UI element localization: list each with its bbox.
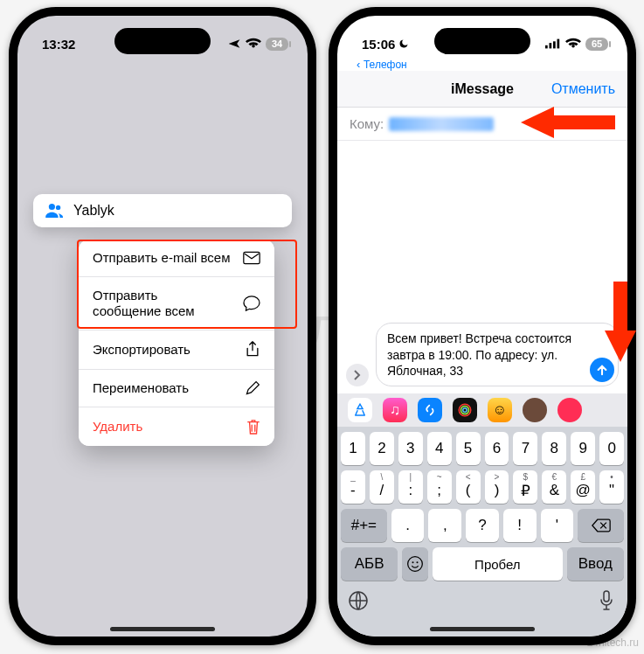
key-space[interactable]: Пробел: [433, 547, 563, 581]
home-indicator[interactable]: [430, 627, 535, 631]
key-period[interactable]: .: [391, 509, 425, 542]
cancel-button[interactable]: Отменить: [551, 81, 615, 97]
globe-button[interactable]: [346, 588, 370, 613]
mic-icon: [599, 590, 614, 611]
key-5[interactable]: 5: [456, 432, 481, 465]
message-input[interactable]: Всем привет! Встреча состоится завтра в …: [376, 323, 619, 386]
key-sym-6[interactable]: $₽: [513, 470, 537, 504]
menu-delete[interactable]: Удалить: [79, 407, 274, 446]
annotation-arrow: [521, 103, 617, 142]
chat-bubble-icon: [243, 296, 260, 311]
key-apostrophe[interactable]: ': [541, 509, 574, 542]
backspace-icon: [592, 518, 611, 532]
key-abc[interactable]: АБВ: [341, 547, 398, 581]
wifi-icon: [565, 38, 581, 50]
status-time: 15:06: [362, 38, 395, 51]
key-sym-8[interactable]: £@: [571, 470, 595, 504]
compose-bar: Всем привет! Встреча состоится завтра в …: [337, 323, 627, 392]
key-3[interactable]: 3: [398, 432, 423, 465]
moon-icon: [398, 38, 409, 49]
annotation-arrow: [601, 282, 640, 362]
svg-rect-0: [244, 252, 260, 263]
menu-item-label: Экспортировать: [93, 342, 190, 358]
memoji-icon[interactable]: ☺: [488, 398, 512, 422]
key-row-2: _-\/|:~;<(>)$₽€&£@•": [341, 470, 624, 504]
key-1[interactable]: 1: [341, 432, 365, 465]
menu-export[interactable]: Экспортировать: [79, 330, 274, 370]
key-8[interactable]: 8: [542, 432, 566, 465]
svg-rect-2: [550, 43, 552, 48]
key-backspace[interactable]: [578, 509, 624, 542]
key-sym-5[interactable]: >): [485, 470, 509, 504]
svg-rect-4: [557, 39, 560, 49]
wifi-icon: [246, 38, 261, 50]
svg-rect-13: [552, 115, 615, 129]
recipient-token-blurred[interactable]: [389, 117, 494, 131]
key-7[interactable]: 7: [513, 432, 537, 465]
key-sym-3[interactable]: ~;: [427, 470, 452, 504]
shazam-icon[interactable]: [418, 398, 442, 422]
key-sym-7[interactable]: €&: [542, 470, 566, 504]
arrow-up-icon: [596, 364, 608, 376]
menu-email-all[interactable]: Отправить e-mail всем: [79, 240, 274, 277]
avatar-sticker-icon[interactable]: [523, 398, 547, 422]
key-2[interactable]: 2: [370, 432, 394, 465]
people-icon: [45, 203, 65, 219]
app-store-icon[interactable]: [348, 398, 372, 422]
key-emoji[interactable]: [402, 547, 428, 581]
back-link[interactable]: ‹ Телефон: [337, 58, 627, 71]
emoji-icon: [406, 555, 424, 573]
svg-point-7: [463, 408, 467, 413]
key-symbols[interactable]: #+=: [341, 509, 387, 542]
sticker-app-icon[interactable]: [557, 398, 582, 422]
pencil-icon: [245, 380, 260, 396]
key-sym-9[interactable]: •": [599, 470, 624, 504]
screen-left: 13:32 34 Yablyk Отправить e-mail всем От…: [17, 16, 308, 637]
menu-item-label: Удалить: [93, 419, 142, 435]
battery-badge: 34: [266, 38, 288, 51]
svg-point-10: [417, 561, 419, 563]
key-sym-0[interactable]: _-: [341, 470, 365, 504]
svg-marker-14: [521, 107, 554, 138]
dictation-button[interactable]: [594, 588, 619, 613]
dynamic-island: [434, 28, 530, 54]
key-comma[interactable]: ,: [428, 509, 461, 542]
apps-toggle-button[interactable]: [346, 364, 369, 386]
key-exclaim[interactable]: !: [503, 509, 537, 542]
fitness-icon[interactable]: [453, 398, 477, 422]
key-question[interactable]: ?: [466, 509, 499, 542]
nav-title: iMessage: [451, 81, 514, 97]
keyboard: 1234567890 _-\/|:~;<(>)$₽€&£@•" #+= . , …: [337, 427, 627, 637]
svg-point-6: [461, 407, 469, 414]
menu-rename[interactable]: Переименовать: [79, 370, 274, 407]
key-0[interactable]: 0: [599, 432, 624, 465]
chevron-right-icon: [352, 370, 363, 380]
message-text: Всем привет! Встреча состоится завтра в …: [387, 331, 571, 377]
to-label: Кому:: [350, 116, 384, 131]
dynamic-island: [114, 28, 211, 54]
key-enter[interactable]: Ввод: [567, 547, 624, 581]
airplane-icon: [227, 38, 241, 50]
menu-item-label: Отправить сообщение всем: [93, 288, 195, 319]
status-time: 13:32: [42, 37, 75, 52]
key-row-4: АБВ Пробел Ввод: [341, 547, 624, 581]
key-4[interactable]: 4: [427, 432, 452, 465]
battery-badge: 65: [585, 38, 608, 51]
svg-point-9: [412, 561, 414, 563]
key-sym-1[interactable]: \/: [370, 470, 394, 504]
key-9[interactable]: 9: [571, 432, 595, 465]
contacts-group-chip[interactable]: Yablyk: [33, 194, 292, 227]
home-indicator[interactable]: [110, 627, 215, 631]
key-sym-2[interactable]: |:: [398, 470, 423, 504]
nav-bar: iMessage Отменить: [337, 71, 627, 108]
key-sym-4[interactable]: <(: [456, 470, 481, 504]
key-row-3: #+= . , ? ! ': [341, 509, 624, 542]
key-6[interactable]: 6: [485, 432, 509, 465]
contacts-group-name: Yablyk: [73, 203, 114, 219]
music-icon[interactable]: ♫: [383, 398, 407, 422]
phone-left: 13:32 34 Yablyk Отправить e-mail всем От…: [9, 7, 316, 645]
context-menu: Отправить e-mail всем Отправить сообщени…: [79, 240, 274, 446]
imessage-app-strip[interactable]: ♫ ☺: [337, 393, 627, 427]
menu-message-all[interactable]: Отправить сообщение всем: [79, 277, 274, 330]
menu-item-label: Переименовать: [93, 380, 189, 396]
